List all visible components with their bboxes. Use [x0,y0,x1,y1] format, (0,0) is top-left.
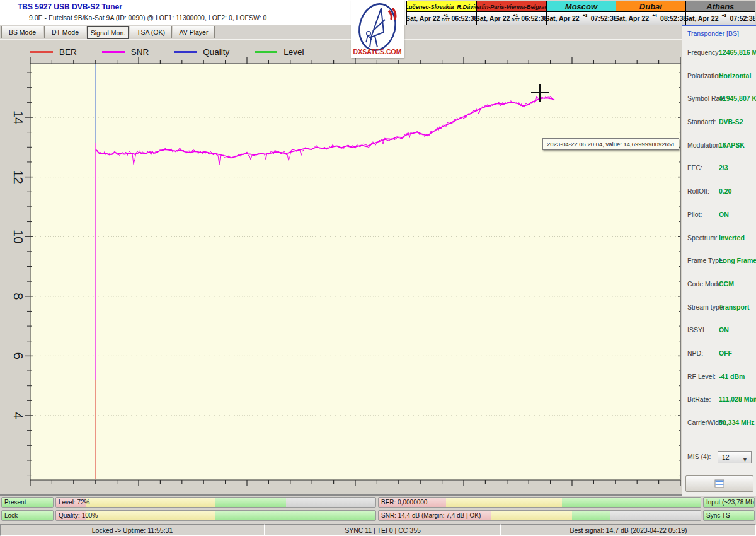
tab-dt-mode[interactable]: DT Mode [44,26,86,38]
field-label: FEC: [687,164,702,172]
transponder-field: Frame Type:Long Frame [682,250,756,273]
field-label: Pilot: [687,211,702,218]
bar-label: Quality: 100% [59,511,98,521]
chart-legend: BERSNRQualityLevel [30,47,304,57]
clock-hms: 06:52:38 [521,15,546,22]
transponder-field: Code Mode:CCM [682,273,756,296]
field-label: RF Level: [687,373,716,380]
utc-offset: +3 [721,14,728,23]
field-value: 12465,816 MHz [719,49,756,56]
transponder-sidebar: Transponder [BS] Frequency:12465,816 MHz… [682,25,756,496]
bar-segment [86,498,215,507]
app-title: TBS 5927 USB DVB-S2 Tuner [18,3,122,11]
field-value: 50,334 MHz [719,419,755,426]
clock-date: Sat, Apr 22 [407,15,440,22]
indicator-bar: Sync TS [703,510,755,521]
field-value: 16APSK [719,141,745,149]
tab-signal-mon-[interactable]: Signal Mon. [87,26,129,39]
bar-label: SNR: 14,4 dB (Margin: 7,4 dB | OK) [381,511,481,521]
chevron-down-icon: ▼ [742,454,748,465]
chart-settings-button[interactable] [685,475,753,492]
field-value: CCM [719,280,734,288]
y-axis-tick-label: 10 [11,230,25,243]
clock-date: Sat, Apr 22 [616,15,649,22]
transponder-field: Frequency:12465,816 MHz [682,42,756,65]
dxsatcs-logo: DXSATCS.COM [351,0,404,58]
clock-city-label: Berlin-Paris-Vienna-Belgrade [477,1,546,12]
bar-segment [562,498,701,507]
field-value: Horizontal [719,72,751,79]
indicator-bar: Input (~23,78 Mbps) [703,497,755,508]
legend-item-quality: Quality [174,47,229,57]
clock-city-label: Lučenec-Slovakia_R.Dávid [407,1,476,12]
status-sync-counters: SYNC 11 | TEI 0 | CC 355 [265,524,501,536]
indicator-bar: Lock [1,510,54,521]
signal-plot[interactable]: 468101214 [0,40,682,496]
clock-column: Berlin-Paris-Vienna-BelgradeSat, Apr 22+… [476,1,546,25]
clock-time: Sat, Apr 22+3 07:52:38 [547,12,616,25]
field-value: ON [719,326,729,334]
world-clocks: Lučenec-Slovakia_R.DávidSat, Apr 22+1DST… [406,1,755,25]
field-label: Standard: [687,118,716,125]
mis-select[interactable]: 12 ▼ [718,451,752,463]
field-label: BitRate: [687,395,711,403]
clock-date: Sat, Apr 22 [546,15,580,22]
clock-time: Sat, Apr 22+1DST06:52:38 [477,12,546,25]
tab-av-player[interactable]: AV Player [173,26,215,38]
y-axis-tick-label: 12 [11,170,25,184]
sidebar-title: Transponder [BS] [687,30,739,37]
indicator-bar: Level: 72% [55,497,376,508]
chart-tooltip: 2023-04-22 06.20.04, value: 14,699999809… [542,138,679,150]
transponder-field: Spectrum:Inverted [682,227,756,250]
utc-offset: +1DST [442,14,449,23]
bar-label: Sync TS [706,511,730,521]
field-value: 0.20 [719,187,731,195]
transponder-fields: Frequency:12465,816 MHzPolarization:Hori… [682,42,756,435]
tab-bs-mode[interactable]: BS Mode [1,26,43,38]
legend-label: Quality [203,47,229,57]
status-bar: Locked -> Uptime: 11:55:31 SYNC 11 | TEI… [0,523,756,536]
indicator-bar: Present [1,497,54,508]
mode-tabs: BS ModeDT ModeSignal Mon.TSA (OK)AV Play… [1,26,215,39]
bar-label: Lock [4,511,18,521]
clock-city-label: Dubai [616,1,685,12]
field-value: Transport [719,303,749,311]
legend-line-swatch [102,51,125,53]
field-value: Long Frame [719,257,756,264]
legend-line-swatch [30,51,53,53]
plot-background[interactable] [30,64,680,480]
indicator-bar: BER: 0,0000000 [378,497,701,508]
field-label: Modulation: [687,141,721,149]
indicator-bar: SNR: 14,4 dB (Margin: 7,4 dB | OK) [378,510,701,521]
field-value: DVB-S2 [719,118,743,125]
clock-date: Sat, Apr 22 [476,15,510,22]
field-label: NPD: [687,349,703,357]
clock-date: Sat, Apr 22 [685,15,719,22]
mis-label: MIS (4): [687,453,711,460]
clock-city-label: Athens [686,1,755,12]
y-axis-tick-label: 8 [11,293,25,300]
transponder-field: CarrierWidth:50,334 MHz [682,412,756,435]
clock-column: DubaiSat, Apr 22+4 08:52:38 [616,1,685,25]
window-header: TBS 5927 USB DVB-S2 Tuner 9.0E - Eutelsa… [0,0,408,25]
status-lock-uptime: Locked -> Uptime: 11:55:31 [0,524,265,536]
clock-column: AthensSat, Apr 22+3 07:52:38 [685,1,755,25]
legend-line-swatch [255,51,277,53]
bar-segment [286,498,375,507]
bar-segment [86,511,215,520]
tab-tsa-ok-[interactable]: TSA (OK) [130,26,172,38]
bar-segment [491,511,572,520]
bar-segment [572,511,610,520]
clock-hms: 07:52:38 [730,15,755,22]
clock-column: Lučenec-Slovakia_R.DávidSat, Apr 22+1DST… [407,1,476,25]
transponder-field: Modulation:16APSK [682,134,756,158]
field-value: OFF [719,349,732,357]
bar-segment [215,498,286,507]
bar-label: Input (~23,78 Mbps) [706,498,755,508]
utc-offset: +4 [651,14,658,23]
legend-label: Level [284,47,304,57]
transponder-field: RF Level:-41 dBm [682,366,756,389]
transponder-field: RollOff:0.20 [682,180,756,204]
clock-time: Sat, Apr 22+1DST06:52:38 [407,12,476,25]
legend-label: SNR [131,47,149,57]
